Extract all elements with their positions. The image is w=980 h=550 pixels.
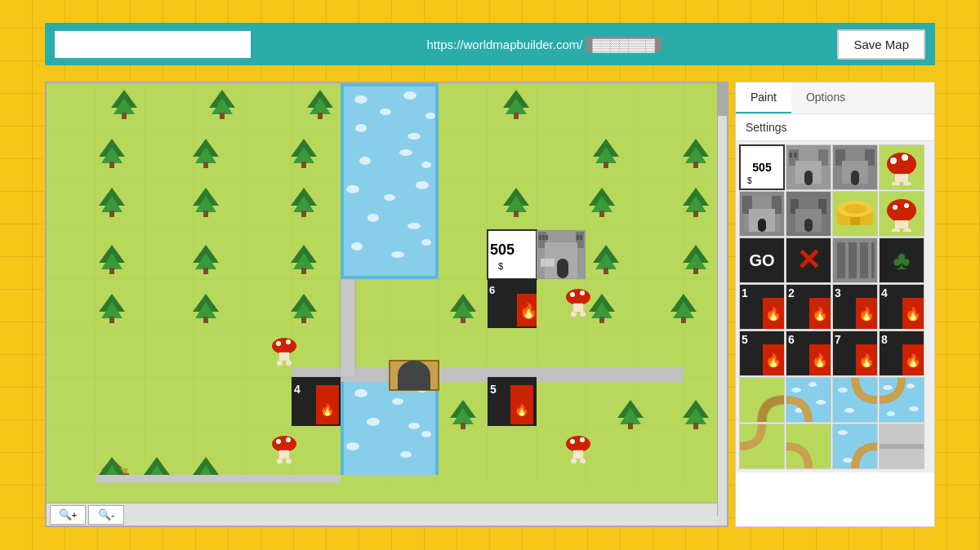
svg-text:4: 4 [294, 383, 301, 396]
palette-tile-6[interactable]: 6 🔥 [786, 330, 831, 376]
road-curve3-icon [833, 378, 877, 422]
palette-tile-road6[interactable] [786, 424, 831, 469]
panel-scroll-area[interactable]: 505 $ [736, 141, 934, 526]
palette-tile-score505[interactable]: 505 $ [739, 144, 785, 190]
palette-tile-castle2[interactable] [832, 144, 878, 190]
svg-rect-192 [109, 268, 114, 274]
svg-rect-171 [693, 162, 698, 168]
palette-tile-3[interactable]: 3 🔥 [832, 284, 878, 330]
palette-tile-go[interactable]: GO [739, 237, 785, 283]
svg-rect-101 [279, 450, 289, 459]
tab-settings[interactable]: Settings [736, 114, 934, 141]
svg-point-49 [421, 239, 431, 246]
palette-tile-road4[interactable] [879, 377, 924, 423]
svg-rect-75 [557, 259, 568, 278]
zoom-in-label: + [72, 510, 77, 520]
svg-rect-183 [514, 211, 519, 217]
svg-rect-294 [903, 228, 911, 232]
svg-point-55 [392, 398, 403, 405]
svg-point-44 [416, 181, 429, 189]
palette-tile-gold[interactable] [832, 191, 878, 237]
svg-point-270 [902, 154, 908, 161]
save-map-button[interactable]: Save Map [837, 29, 925, 60]
palette-tile-5[interactable]: 5 🔥 [739, 330, 785, 376]
svg-point-54 [354, 389, 368, 397]
palette-tile-clover[interactable]: ♣ [879, 237, 924, 283]
palette-tile-columns[interactable] [832, 237, 878, 283]
svg-point-59 [346, 442, 359, 450]
svg-point-100 [286, 437, 291, 442]
svg-text:5: 5 [490, 383, 497, 396]
palette-tile-road2[interactable] [786, 377, 831, 423]
svg-rect-79 [577, 235, 579, 240]
svg-point-98 [272, 436, 296, 452]
palette-tile-8[interactable]: 8 🔥 [879, 330, 924, 376]
palette-tile-castle3[interactable] [739, 191, 785, 237]
svg-rect-67 [398, 375, 430, 390]
palette-tile-road3[interactable] [832, 377, 878, 423]
svg-rect-296 [849, 242, 857, 278]
svg-rect-97 [580, 459, 586, 464]
svg-rect-168 [604, 162, 608, 168]
svg-rect-284 [804, 219, 813, 232]
svg-rect-52 [435, 377, 439, 475]
palette-tile-road8[interactable] [879, 424, 924, 469]
palette-tile-road7[interactable] [832, 424, 878, 469]
svg-rect-150 [220, 113, 225, 119]
svg-point-317 [838, 430, 848, 435]
map-svg[interactable]: 505 $ ███ 6 🔥 [47, 83, 717, 483]
svg-rect-213 [301, 317, 306, 323]
svg-point-39 [359, 157, 371, 165]
palette-tile-road5[interactable] [739, 424, 785, 469]
tab-paint[interactable]: Paint [736, 82, 791, 113]
svg-rect-76 [539, 235, 541, 240]
tab-options[interactable]: Options [791, 82, 860, 113]
scrollbar-v-thumb[interactable] [718, 83, 727, 116]
road-curve6-icon [786, 424, 831, 468]
svg-point-87 [570, 292, 575, 297]
svg-point-301 [791, 388, 801, 393]
svg-rect-77 [542, 235, 545, 240]
map-scrollbar-vertical[interactable] [717, 83, 727, 516]
svg-text:🔥: 🔥 [320, 403, 335, 417]
palette-tile-mushroom1[interactable] [879, 144, 924, 190]
svg-point-289 [887, 199, 916, 222]
score505-label: 505 [752, 161, 771, 174]
svg-point-268 [887, 153, 916, 175]
palette-tile-castle4[interactable] [786, 191, 831, 237]
svg-rect-96 [571, 459, 577, 464]
svg-rect-107 [279, 353, 289, 361]
castle4-icon [787, 193, 830, 235]
palette-tile-castle1[interactable] [786, 144, 831, 190]
go-label: GO [749, 251, 774, 270]
svg-rect-256 [341, 279, 355, 377]
svg-point-48 [391, 251, 404, 258]
zoom-out-button[interactable]: 🔍 - [88, 505, 124, 525]
road-half-icon [880, 424, 924, 468]
svg-point-99 [276, 439, 281, 444]
palette-tile-1[interactable]: 1 🔥 [739, 284, 785, 330]
palette-tile-road1[interactable] [739, 377, 785, 423]
svg-rect-279 [758, 219, 766, 232]
svg-rect-31 [435, 83, 439, 279]
svg-point-308 [844, 408, 854, 413]
svg-point-287 [844, 204, 866, 214]
svg-point-269 [890, 157, 897, 164]
palette-tile-7[interactable]: 7 🔥 [832, 330, 878, 376]
svg-text:███: ███ [541, 258, 555, 267]
zoom-in-button[interactable]: 🔍 + [50, 505, 86, 525]
palette-tile-4[interactable]: 4 🔥 [879, 284, 924, 330]
palette-tile-x[interactable]: ✕ [786, 237, 831, 283]
svg-rect-257 [96, 475, 341, 483]
mushroom1-icon [884, 149, 920, 185]
map-container[interactable]: 505 $ ███ 6 🔥 [45, 82, 728, 527]
palette-tile-mushroom2[interactable] [879, 191, 924, 237]
map-title-input[interactable]: GIGAZINE [55, 31, 251, 58]
palette-tile-2[interactable]: 2 🔥 [786, 284, 831, 330]
svg-rect-51 [341, 377, 344, 475]
svg-point-37 [355, 124, 367, 132]
svg-rect-271 [895, 174, 908, 182]
svg-point-106 [286, 339, 291, 344]
svg-point-38 [408, 133, 421, 140]
zoom-out-label: - [111, 510, 114, 520]
